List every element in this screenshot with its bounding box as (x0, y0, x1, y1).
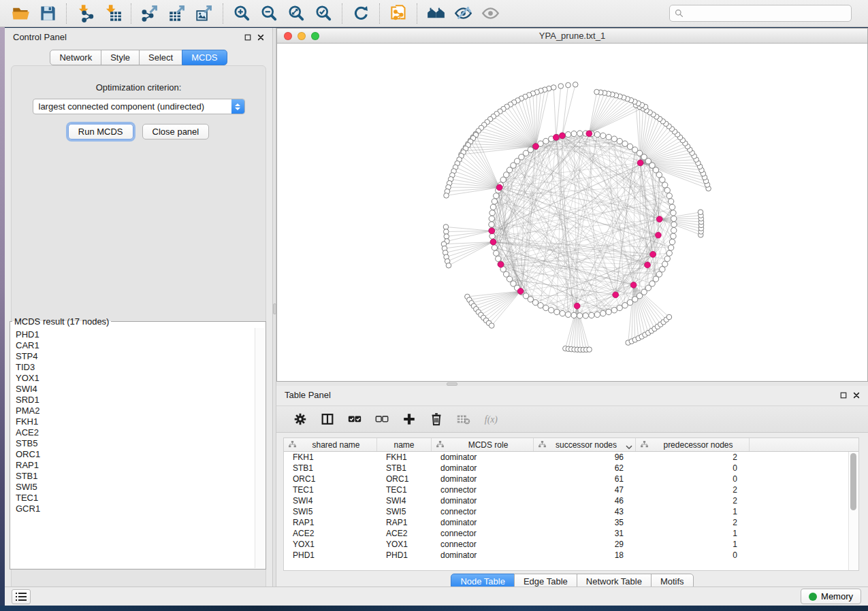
mcds-result-item[interactable]: TID3 (16, 362, 255, 373)
cell-shared-name[interactable]: ORC1 (284, 474, 377, 484)
table-row[interactable]: PHD1PHD1dominator180 (284, 550, 858, 561)
mcds-result-item[interactable]: ACE2 (16, 427, 255, 438)
cell-shared-name[interactable]: SWI4 (284, 496, 377, 506)
cell-successor-nodes[interactable]: 18 (534, 550, 636, 560)
table-scrollbar[interactable] (848, 452, 858, 570)
cell-successor-nodes[interactable]: 62 (534, 463, 636, 473)
import-network-button[interactable] (71, 2, 99, 25)
table-row[interactable]: TEC1TEC1connector472 (284, 484, 858, 495)
cell-name[interactable]: YOX1 (377, 540, 432, 549)
cell-shared-name[interactable]: TEC1 (284, 485, 377, 495)
dominator-node[interactable] (574, 303, 580, 309)
column-header-mcds-role[interactable]: MCDS role (432, 438, 534, 451)
cell-mcds-role[interactable]: dominator (432, 452, 534, 462)
add-column-button[interactable] (398, 408, 421, 430)
dominator-node[interactable] (517, 288, 524, 295)
share-document-button[interactable] (385, 2, 412, 25)
mcds-list-scrollbar[interactable] (255, 328, 265, 568)
dominator-node[interactable] (496, 184, 502, 191)
network-window-titlebar[interactable]: YPA_prune.txt_1 (277, 29, 867, 44)
select-all-button[interactable] (343, 408, 366, 430)
tab-mcds[interactable]: MCDS (182, 50, 227, 65)
cell-successor-nodes[interactable]: 47 (534, 485, 636, 495)
mcds-result-item[interactable]: STP4 (16, 351, 255, 362)
mcds-result-item[interactable]: PMA2 (16, 406, 255, 416)
cell-successor-nodes[interactable]: 35 (534, 518, 636, 527)
cell-predecessor-nodes[interactable]: 0 (636, 474, 750, 484)
zoom-fit-button[interactable] (283, 2, 310, 25)
column-header-successor-nodes[interactable]: successor nodes (534, 438, 636, 451)
mcds-result-item[interactable]: FKH1 (16, 416, 255, 427)
cell-mcds-role[interactable]: connector (432, 485, 534, 495)
cell-name[interactable]: TEC1 (377, 485, 432, 495)
cell-successor-nodes[interactable]: 43 (534, 507, 636, 516)
cell-successor-nodes[interactable]: 61 (534, 474, 636, 484)
cell-successor-nodes[interactable]: 96 (534, 452, 636, 462)
hide-selected-button[interactable] (449, 2, 477, 25)
cell-shared-name[interactable]: SWI5 (284, 507, 377, 516)
cell-predecessor-nodes[interactable]: 2 (636, 518, 750, 527)
cell-shared-name[interactable]: FKH1 (284, 452, 377, 462)
cell-mcds-role[interactable]: connector (432, 529, 534, 538)
deselect-all-button[interactable] (370, 408, 393, 430)
table-options-gear-button[interactable] (289, 408, 312, 430)
table-row[interactable]: FKH1FKH1dominator962 (284, 452, 858, 463)
network-graph[interactable] (277, 44, 867, 381)
dominator-node[interactable] (630, 282, 637, 288)
show-columns-button[interactable] (316, 408, 339, 430)
search-box[interactable] (669, 5, 852, 22)
search-input[interactable] (684, 8, 846, 18)
cell-shared-name[interactable]: RAP1 (284, 518, 377, 527)
mcds-result-item[interactable]: SRD1 (16, 395, 255, 406)
criterion-select[interactable]: largest connected component (undirected) (33, 99, 245, 114)
float-table-panel-icon[interactable] (840, 392, 847, 399)
column-header-predecessor-nodes[interactable]: predecessor nodes (636, 438, 750, 451)
cell-predecessor-nodes[interactable]: 1 (636, 540, 750, 549)
cell-predecessor-nodes[interactable]: 2 (636, 485, 750, 495)
save-session-button[interactable] (34, 2, 61, 25)
cell-mcds-role[interactable]: dominator (432, 550, 534, 560)
column-header-shared-name[interactable]: shared name (284, 438, 377, 451)
mcds-result-item[interactable]: SWI5 (16, 482, 255, 493)
cell-mcds-role[interactable]: dominator (432, 463, 534, 473)
export-image-button[interactable] (191, 2, 218, 25)
dominator-node[interactable] (490, 239, 496, 245)
cell-predecessor-nodes[interactable]: 0 (636, 550, 750, 560)
cell-mcds-role[interactable]: connector (432, 507, 534, 516)
tab-network[interactable]: Network (50, 50, 101, 65)
task-history-button[interactable] (12, 589, 31, 604)
cell-shared-name[interactable]: PHD1 (284, 550, 377, 560)
tab-style[interactable]: Style (101, 50, 140, 65)
mcds-result-item[interactable]: CAR1 (16, 340, 255, 351)
close-panel-button[interactable]: Close panel (142, 124, 210, 139)
cell-name[interactable]: STB1 (377, 463, 432, 473)
cell-name[interactable]: ORC1 (377, 474, 432, 484)
mcds-result-item[interactable]: STB5 (16, 438, 255, 449)
delete-column-button[interactable] (425, 408, 448, 430)
cell-successor-nodes[interactable]: 46 (534, 496, 636, 506)
cell-mcds-role[interactable]: dominator (432, 518, 534, 527)
mcds-result-item[interactable]: SWI4 (16, 384, 255, 395)
mcds-result-list[interactable]: PHD1CAR1STP4TID3YOX1SWI4SRD1PMA2FKH1ACE2… (11, 328, 255, 568)
cell-predecessor-nodes[interactable]: 0 (636, 463, 750, 473)
cell-name[interactable]: ACE2 (377, 529, 432, 538)
table-row[interactable]: YOX1YOX1connector291 (284, 539, 858, 550)
cell-predecessor-nodes[interactable]: 2 (636, 496, 750, 506)
dominator-node[interactable] (656, 232, 662, 238)
dominator-node[interactable] (553, 135, 559, 141)
zoom-selected-button[interactable] (310, 2, 337, 25)
dominator-node[interactable] (489, 228, 495, 234)
cell-mcds-role[interactable]: dominator (432, 496, 534, 506)
dominator-node[interactable] (533, 144, 539, 150)
mcds-result-item[interactable]: GCR1 (16, 503, 255, 514)
table-row[interactable]: STB1STB1dominator620 (284, 463, 858, 474)
cell-predecessor-nodes[interactable]: 1 (636, 507, 750, 516)
refresh-button[interactable] (347, 2, 374, 25)
zoom-out-button[interactable] (255, 2, 283, 25)
cell-shared-name[interactable]: STB1 (284, 463, 377, 473)
cell-predecessor-nodes[interactable]: 2 (636, 452, 750, 462)
cell-name[interactable]: FKH1 (377, 452, 432, 462)
mcds-result-item[interactable]: STB1 (16, 471, 255, 482)
dominator-node[interactable] (613, 292, 619, 298)
mcds-result-item[interactable]: TEC1 (16, 493, 255, 503)
